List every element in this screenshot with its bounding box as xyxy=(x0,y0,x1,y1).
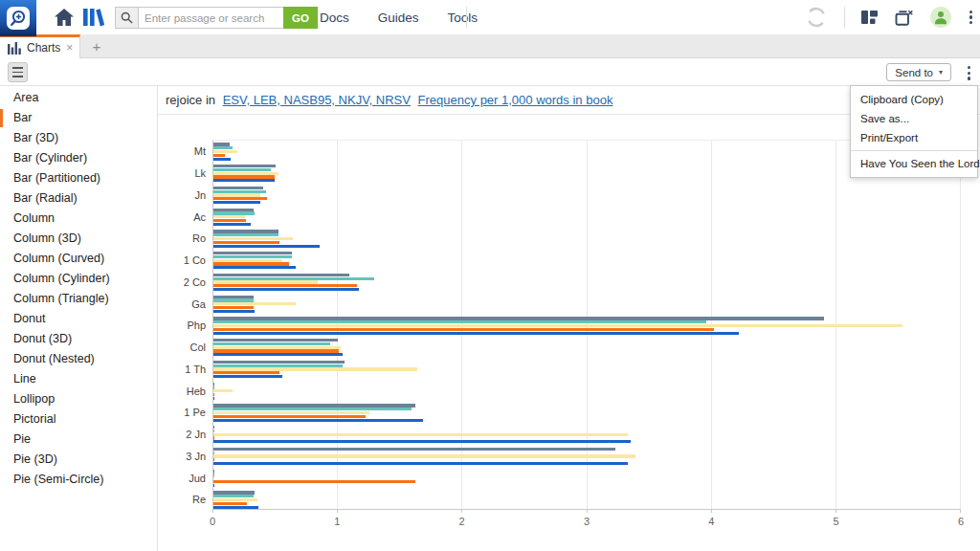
library-icon xyxy=(82,8,105,27)
sidebar-item-bar-partitioned[interactable]: Bar (Partitioned) xyxy=(0,168,157,188)
program-settings-button[interactable] xyxy=(968,9,974,27)
bar-leb xyxy=(213,452,214,454)
sidebar-item-column-cylinder[interactable]: Column (Cylinder) xyxy=(0,269,157,289)
bar-esv xyxy=(213,209,254,211)
home-button[interactable] xyxy=(54,8,75,31)
topbar-menu-tools[interactable]: Tools xyxy=(448,11,479,25)
bar-nkjv xyxy=(213,175,275,178)
go-button[interactable]: GO xyxy=(283,7,318,29)
menu-item-have-you-seen-the-lord[interactable]: Have You Seen the Lord? xyxy=(851,154,977,173)
sidebar-item-bar[interactable]: Bar xyxy=(0,108,157,128)
sidebar-item-donut[interactable]: Donut xyxy=(0,309,157,329)
sync-button[interactable] xyxy=(805,6,828,29)
sidebar-item-area[interactable]: Area xyxy=(0,88,157,108)
chart-row-2-co: 2 Co xyxy=(213,272,961,294)
bar-esv xyxy=(213,339,338,342)
home-icon xyxy=(54,8,75,27)
kebab-menu-icon xyxy=(969,11,972,13)
sidebar-item-column-3d[interactable]: Column (3D) xyxy=(0,229,157,249)
bar-nasb95 xyxy=(213,389,233,392)
layouts-button[interactable] xyxy=(861,10,878,25)
bar-nasb95 xyxy=(213,172,278,175)
sidebar-item-donut-nested[interactable]: Donut (Nested) xyxy=(0,349,157,369)
query-text: rejoice in xyxy=(166,93,215,107)
chart-row-lk: Lk xyxy=(213,163,961,185)
bar-nrsv xyxy=(213,201,260,204)
category-label: 1 Co xyxy=(154,254,206,266)
send-to-button[interactable]: Send to ▾ xyxy=(886,63,951,81)
topbar-divider xyxy=(466,7,467,28)
bar-leb xyxy=(213,233,278,236)
bar-nasb95 xyxy=(213,302,296,305)
bar-nrsv xyxy=(213,223,251,226)
menu-item-print-export[interactable]: Print/Export xyxy=(851,128,977,147)
bar-esv xyxy=(213,426,214,429)
bar-esv xyxy=(213,252,292,254)
sidebar-item-bar-cylinder[interactable]: Bar (Cylinder) xyxy=(0,148,157,168)
sidebar-item-column[interactable]: Column xyxy=(0,209,157,229)
sync-icon xyxy=(805,6,828,29)
tab-label: Charts xyxy=(27,41,60,55)
bar-nasb95 xyxy=(213,454,635,457)
bar-nkjv xyxy=(213,502,247,505)
bar-leb xyxy=(213,168,271,171)
sidebar-item-pie-3d[interactable]: Pie (3D) xyxy=(0,450,157,470)
x-axis-tick-label: 5 xyxy=(834,516,839,527)
category-label: Heb xyxy=(154,386,206,397)
bar-nrsv xyxy=(213,266,296,269)
bar-nkjv xyxy=(213,328,714,331)
topbar-menu-docs[interactable]: Docs xyxy=(320,11,349,25)
bar-leb xyxy=(213,364,343,367)
tab-charts[interactable]: Charts × xyxy=(0,34,80,58)
sidebar-item-column-triangle[interactable]: Column (Triangle) xyxy=(0,289,157,309)
resources-link[interactable]: ESV, LEB, NASB95, NKJV, NRSV xyxy=(223,93,411,107)
bar-nrsv xyxy=(213,310,255,313)
category-label: Jn xyxy=(154,189,206,201)
top-bar: GO DocsGuidesTools xyxy=(0,0,980,34)
x-axis-tick-label: 2 xyxy=(459,516,465,527)
menu-item-save-as[interactable]: Save as... xyxy=(851,109,977,128)
bar-group xyxy=(213,272,961,292)
sidebar-item-pie-semi-circle[interactable]: Pie (Semi-Circle) xyxy=(0,470,157,490)
bar-nasb95 xyxy=(213,150,237,153)
chart-row-jn: Jn xyxy=(213,185,961,207)
new-tab-button[interactable]: + xyxy=(86,34,107,58)
panel-menu-button[interactable] xyxy=(8,62,28,82)
layout-icon xyxy=(861,10,878,25)
bar-nrsv xyxy=(213,484,214,487)
panel-overflow-button[interactable] xyxy=(966,64,972,82)
topbar-menu-guides[interactable]: Guides xyxy=(378,11,419,25)
sidebar-item-pie[interactable]: Pie xyxy=(0,430,157,450)
bar-leb xyxy=(213,277,374,280)
logos-app-logo[interactable] xyxy=(0,0,36,36)
sidebar-item-line[interactable]: Line xyxy=(0,369,157,389)
close-all-panels-button[interactable] xyxy=(894,9,914,27)
bar-nrsv xyxy=(213,179,275,182)
bar-leb xyxy=(213,211,255,214)
search-scope-button[interactable] xyxy=(115,7,138,29)
bar-group xyxy=(213,228,961,248)
bar-group xyxy=(213,315,961,335)
sidebar-item-column-curved[interactable]: Column (Curved) xyxy=(0,249,157,269)
close-panels-icon xyxy=(894,9,914,27)
x-axis-tick-label: 4 xyxy=(708,516,714,527)
tab-close-icon[interactable]: × xyxy=(66,42,73,54)
sidebar-item-bar-radial[interactable]: Bar (Radial) xyxy=(0,188,157,209)
metric-link[interactable]: Frequency per 1,000 words in book xyxy=(418,93,613,107)
library-button[interactable] xyxy=(82,8,105,31)
search-input[interactable] xyxy=(138,7,283,29)
bar-nrsv xyxy=(213,375,282,378)
sidebar-item-pictorial[interactable]: Pictorial xyxy=(0,409,157,430)
sidebar-item-lollipop[interactable]: Lollipop xyxy=(0,389,157,409)
sidebar-item-donut-3d[interactable]: Donut (3D) xyxy=(0,329,157,349)
bar-group xyxy=(213,402,961,422)
chart-row-col: Col xyxy=(213,337,961,359)
category-label: Php xyxy=(154,320,206,331)
account-button[interactable] xyxy=(930,7,951,28)
sidebar-item-bar-3d[interactable]: Bar (3D) xyxy=(0,128,157,148)
bar-group xyxy=(213,359,961,379)
topbar-icon-divider xyxy=(844,7,845,28)
menu-item-clipboard-copy[interactable]: Clipboard (Copy) xyxy=(851,90,977,109)
x-axis-tick-label: 3 xyxy=(584,516,590,527)
bar-group xyxy=(213,467,961,487)
